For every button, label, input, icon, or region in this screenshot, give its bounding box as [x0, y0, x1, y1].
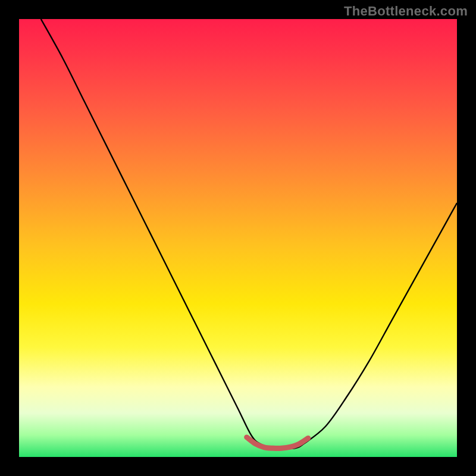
chart-frame: TheBottleneck.com: [0, 0, 476, 476]
plot-area: [19, 19, 457, 457]
curve-layer: [19, 19, 457, 457]
bottleneck-curve-path: [41, 19, 457, 449]
watermark-text: TheBottleneck.com: [344, 4, 468, 19]
optimal-region-path: [247, 437, 308, 449]
